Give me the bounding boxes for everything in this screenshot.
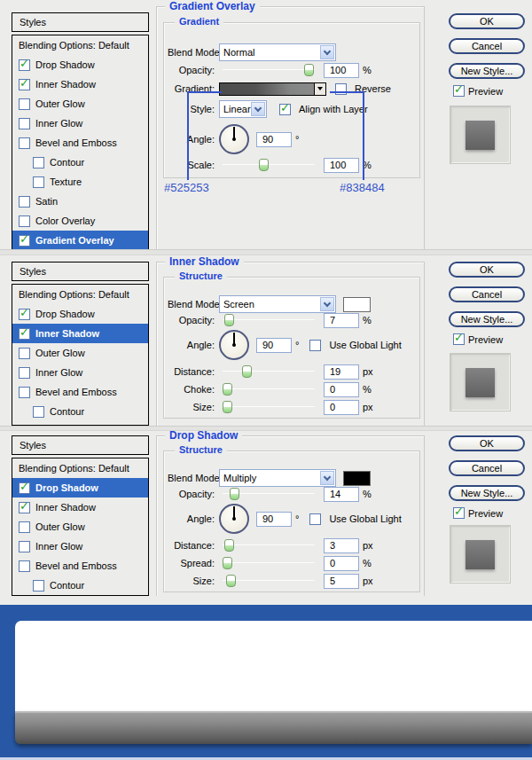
- preview-checkbox[interactable]: [453, 507, 465, 519]
- inner-shadow-checkbox[interactable]: [19, 79, 30, 90]
- new-style-button[interactable]: New Style...: [449, 63, 525, 79]
- align-with-layer-checkbox[interactable]: [279, 104, 291, 115]
- sidebar-item-gradient-overlay[interactable]: Gradient Overlay: [12, 231, 148, 249]
- opacity-slider[interactable]: [223, 313, 315, 327]
- ok-button[interactable]: OK: [449, 435, 525, 451]
- distance-slider[interactable]: [223, 364, 315, 379]
- distance-slider[interactable]: [223, 538, 315, 552]
- sidebar-item-contour[interactable]: Contour: [12, 576, 148, 595]
- contour-checkbox[interactable]: [33, 157, 44, 168]
- sidebar-item-bevel-emboss[interactable]: Bevel and Emboss: [12, 556, 148, 576]
- slider-thumb[interactable]: [223, 401, 232, 413]
- sidebar-item-blending-options[interactable]: Blending Options: Default: [12, 285, 148, 304]
- sidebar-item-bevel-emboss[interactable]: Bevel and Emboss: [12, 382, 148, 402]
- sidebar-item-texture[interactable]: Texture: [12, 172, 148, 192]
- outer-glow-checkbox[interactable]: [19, 348, 30, 359]
- slider-thumb[interactable]: [226, 575, 236, 587]
- opacity-input[interactable]: 14: [324, 487, 359, 502]
- ok-button[interactable]: OK: [449, 13, 525, 29]
- angle-dial[interactable]: [219, 124, 249, 154]
- sidebar-item-color-overlay[interactable]: Color Overlay: [12, 211, 148, 231]
- sidebar-item-outer-glow[interactable]: Outer Glow: [12, 94, 148, 114]
- size-input[interactable]: 0: [324, 400, 359, 415]
- chevron-down-icon[interactable]: [320, 45, 334, 59]
- outer-glow-checkbox[interactable]: [19, 521, 30, 533]
- angle-input[interactable]: 90: [256, 338, 292, 353]
- sidebar-item-outer-glow[interactable]: Outer Glow: [12, 343, 148, 363]
- bevel-emboss-checkbox[interactable]: [19, 387, 30, 398]
- drop-shadow-checkbox[interactable]: [19, 482, 30, 494]
- use-global-light-checkbox[interactable]: [309, 340, 321, 351]
- sidebar-item-drop-shadow[interactable]: Drop Shadow: [12, 304, 148, 324]
- shadow-color-swatch[interactable]: [343, 297, 371, 312]
- drop-shadow-checkbox[interactable]: [19, 59, 30, 71]
- angle-input[interactable]: 90: [256, 132, 292, 147]
- opacity-slider[interactable]: [223, 487, 315, 501]
- contour-checkbox[interactable]: [33, 580, 44, 592]
- inner-shadow-checkbox[interactable]: [19, 502, 30, 513]
- sidebar-item-inner-glow[interactable]: Inner Glow: [12, 363, 148, 382]
- size-input[interactable]: 5: [324, 574, 359, 589]
- preview-checkbox[interactable]: [453, 85, 465, 97]
- opacity-input[interactable]: 100: [324, 63, 359, 78]
- slider-thumb[interactable]: [230, 488, 239, 500]
- chevron-down-icon[interactable]: [251, 102, 265, 116]
- distance-input[interactable]: 19: [324, 364, 359, 380]
- slider-thumb[interactable]: [224, 539, 234, 552]
- sidebar-item-inner-glow[interactable]: Inner Glow: [12, 537, 148, 556]
- sidebar-item-inner-glow[interactable]: Inner Glow: [12, 114, 148, 133]
- gradient-preview-strip[interactable]: [219, 82, 326, 96]
- preview-checkbox[interactable]: [453, 333, 465, 345]
- slider-thumb[interactable]: [304, 64, 314, 76]
- drop-shadow-checkbox[interactable]: [19, 309, 30, 320]
- slider-thumb[interactable]: [223, 383, 232, 396]
- blend-mode-select[interactable]: Screen: [219, 295, 336, 313]
- angle-dial[interactable]: [219, 504, 249, 534]
- texture-checkbox[interactable]: [33, 176, 44, 188]
- slider-thumb[interactable]: [259, 159, 269, 171]
- sidebar-item-inner-shadow[interactable]: Inner Shadow: [12, 74, 148, 94]
- slider-thumb[interactable]: [242, 365, 252, 378]
- outer-glow-checkbox[interactable]: [19, 98, 30, 110]
- angle-input[interactable]: 90: [256, 512, 292, 527]
- sidebar-item-contour[interactable]: Contour: [12, 153, 148, 172]
- use-global-light-checkbox[interactable]: [309, 513, 321, 525]
- ok-button[interactable]: OK: [449, 262, 525, 278]
- gradient-overlay-checkbox[interactable]: [19, 235, 30, 247]
- sidebar-item-satin[interactable]: Satin: [12, 192, 148, 211]
- slider-thumb[interactable]: [223, 557, 232, 569]
- gradient-picker-arrow[interactable]: [314, 83, 325, 95]
- new-style-button[interactable]: New Style...: [449, 311, 525, 327]
- inner-glow-checkbox[interactable]: [19, 541, 30, 552]
- inner-shadow-checkbox[interactable]: [19, 328, 30, 340]
- cancel-button[interactable]: Cancel: [449, 460, 525, 476]
- opacity-input[interactable]: 7: [324, 313, 359, 328]
- sidebar-item-outer-glow[interactable]: Outer Glow: [12, 517, 148, 537]
- sidebar-item-blending-options[interactable]: Blending Options: Default: [12, 458, 148, 478]
- angle-dial[interactable]: [219, 330, 249, 360]
- spread-input[interactable]: 0: [324, 556, 359, 571]
- size-slider[interactable]: [223, 574, 315, 588]
- cancel-button[interactable]: Cancel: [449, 286, 525, 302]
- sidebar-item-drop-shadow[interactable]: Drop Shadow: [12, 55, 148, 74]
- chevron-down-icon[interactable]: [320, 297, 334, 311]
- choke-input[interactable]: 0: [324, 382, 359, 397]
- sidebar-item-blending-options[interactable]: Blending Options: Default: [12, 35, 148, 55]
- choke-slider[interactable]: [223, 382, 315, 396]
- sidebar-item-contour[interactable]: Contour: [12, 402, 148, 421]
- distance-input[interactable]: 3: [324, 538, 359, 553]
- contour-checkbox[interactable]: [33, 406, 44, 418]
- bevel-emboss-checkbox[interactable]: [19, 137, 30, 149]
- shadow-color-swatch[interactable]: [343, 471, 371, 486]
- inner-glow-checkbox[interactable]: [19, 118, 30, 129]
- inner-glow-checkbox[interactable]: [19, 367, 30, 379]
- sidebar-item-drop-shadow[interactable]: Drop Shadow: [12, 478, 148, 498]
- opacity-slider[interactable]: [223, 63, 315, 77]
- size-slider[interactable]: [223, 400, 315, 414]
- sidebar-item-inner-shadow[interactable]: Inner Shadow: [12, 324, 148, 343]
- bevel-emboss-checkbox[interactable]: [19, 560, 30, 572]
- cancel-button[interactable]: Cancel: [449, 38, 525, 54]
- blend-mode-select[interactable]: Multiply: [219, 469, 336, 487]
- style-select[interactable]: Linear: [219, 100, 267, 118]
- color-overlay-checkbox[interactable]: [19, 215, 30, 227]
